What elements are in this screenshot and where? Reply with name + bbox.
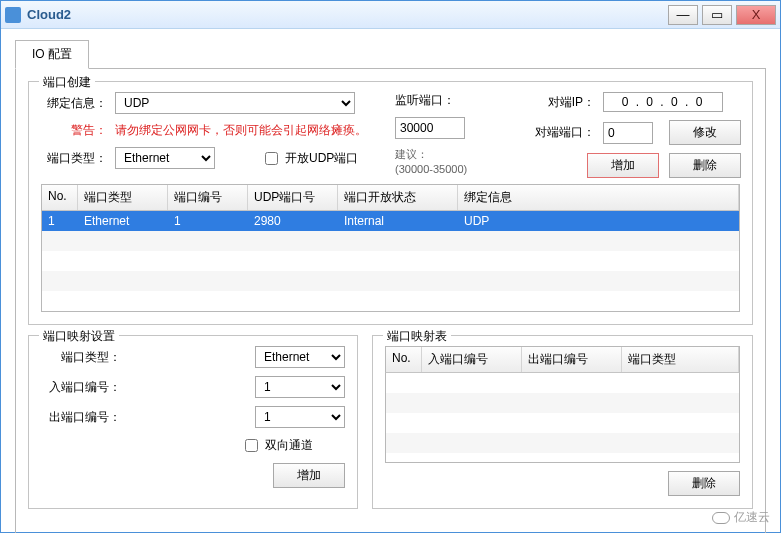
legend-map-table: 端口映射表 xyxy=(383,328,451,345)
titlebar: Cloud2 — ▭ X xyxy=(1,1,780,29)
delete-button[interactable]: 删除 xyxy=(669,153,741,178)
select-port-type[interactable]: Ethernet xyxy=(115,147,215,169)
modify-button[interactable]: 修改 xyxy=(669,120,741,145)
input-peer-port[interactable] xyxy=(603,122,653,144)
group-port-map-settings: 端口映射设置 端口类型： Ethernet 入端口编号： 1 出端口编号： xyxy=(28,335,358,509)
th-udpno[interactable]: UDP端口号 xyxy=(248,185,338,210)
map-table-body xyxy=(385,373,740,463)
map-add-button[interactable]: 增加 xyxy=(273,463,345,488)
table-row[interactable]: 1 Ethernet 1 2980 Internal UDP xyxy=(42,211,739,231)
th-openstate[interactable]: 端口开放状态 xyxy=(338,185,458,210)
th-map-type[interactable]: 端口类型 xyxy=(622,347,739,372)
checkbox-bidir[interactable]: 双向通道 xyxy=(241,436,313,455)
input-peer-ip[interactable]: 0 . 0 . 0 . 0 xyxy=(603,92,723,112)
label-out-port: 出端口编号： xyxy=(41,409,121,426)
maximize-button[interactable]: ▭ xyxy=(702,5,732,25)
th-bind[interactable]: 绑定信息 xyxy=(458,185,739,210)
close-button[interactable]: X xyxy=(736,5,776,25)
add-button[interactable]: 增加 xyxy=(587,153,659,178)
th-map-out[interactable]: 出端口编号 xyxy=(522,347,622,372)
label-suggest-range: (30000-35000) xyxy=(395,163,467,175)
warning-text: 请勿绑定公网网卡，否则可能会引起网络瘫痪。 xyxy=(115,122,367,139)
label-open-udp: 开放UDP端口 xyxy=(285,150,358,167)
label-peer-port: 对端端口： xyxy=(529,124,595,141)
watermark: 亿速云 xyxy=(712,509,770,526)
th-type[interactable]: 端口类型 xyxy=(78,185,168,210)
legend-port-map: 端口映射设置 xyxy=(39,328,119,345)
cloud-icon xyxy=(712,512,730,524)
label-in-port: 入端口编号： xyxy=(41,379,121,396)
label-bind-info: 绑定信息： xyxy=(41,95,107,112)
label-peer-ip: 对端IP： xyxy=(529,94,595,111)
th-no[interactable]: No. xyxy=(42,185,78,210)
checkbox-open-udp-input[interactable] xyxy=(265,152,278,165)
th-map-no[interactable]: No. xyxy=(386,347,422,372)
label-listen-port: 监听端口： xyxy=(395,92,455,109)
legend-port-create: 端口创建 xyxy=(39,74,95,91)
minimize-button[interactable]: — xyxy=(668,5,698,25)
checkbox-bidir-input[interactable] xyxy=(245,439,258,452)
window-title: Cloud2 xyxy=(27,7,668,22)
label-map-port-type: 端口类型： xyxy=(41,349,121,366)
select-in-port[interactable]: 1 xyxy=(255,376,345,398)
th-map-in[interactable]: 入端口编号 xyxy=(422,347,522,372)
input-listen-port[interactable] xyxy=(395,117,465,139)
group-port-map-table: 端口映射表 No. 入端口编号 出端口编号 端口类型 删除 xyxy=(372,335,753,509)
map-delete-button[interactable]: 删除 xyxy=(668,471,740,496)
label-warning: 警告： xyxy=(41,122,107,139)
select-bind-info[interactable]: UDP xyxy=(115,92,355,114)
tab-io-config[interactable]: IO 配置 xyxy=(15,40,89,69)
table-ports: No. 端口类型 端口编号 UDP端口号 端口开放状态 绑定信息 1 Ether… xyxy=(41,184,740,312)
th-portno[interactable]: 端口编号 xyxy=(168,185,248,210)
app-icon xyxy=(5,7,21,23)
label-suggest: 建议： xyxy=(395,148,428,160)
checkbox-open-udp[interactable]: 开放UDP端口 xyxy=(261,149,358,168)
select-map-port-type[interactable]: Ethernet xyxy=(255,346,345,368)
select-out-port[interactable]: 1 xyxy=(255,406,345,428)
label-port-type: 端口类型： xyxy=(41,150,107,167)
label-bidir: 双向通道 xyxy=(265,437,313,454)
group-port-create: 端口创建 绑定信息： UDP 警告： 请勿绑定公网网卡，否则可能会引起网络瘫痪。… xyxy=(28,81,753,325)
